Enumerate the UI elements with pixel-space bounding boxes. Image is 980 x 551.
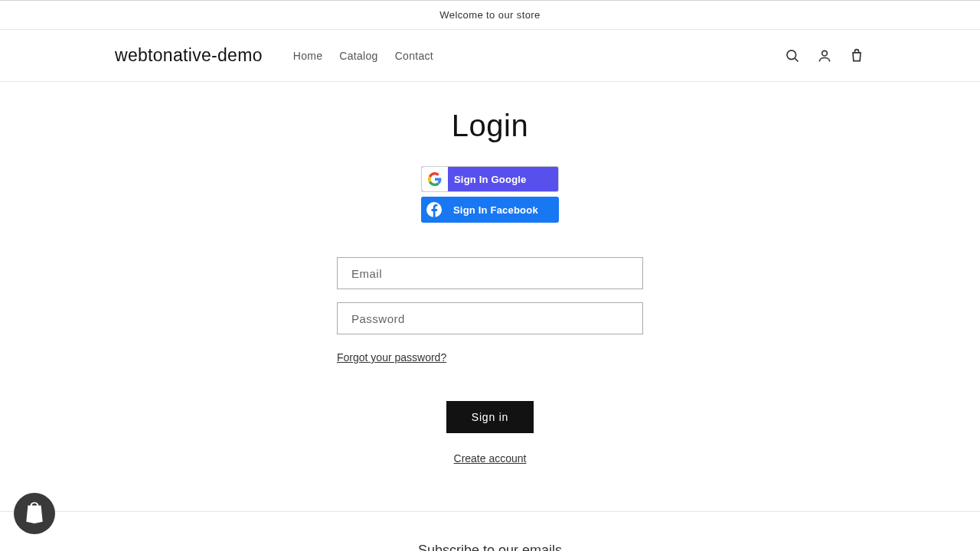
- announcement-bar: Welcome to our store: [0, 0, 980, 30]
- login-form: Forgot your password?: [337, 257, 643, 364]
- password-field[interactable]: [337, 302, 643, 334]
- facebook-icon: [421, 197, 447, 222]
- header: webtonative-demo Home Catalog Contact: [0, 30, 980, 82]
- account-icon[interactable]: [816, 47, 833, 64]
- nav-contact[interactable]: Contact: [395, 50, 433, 62]
- google-icon: [422, 167, 448, 191]
- svg-point-2: [822, 51, 828, 56]
- nav-catalog[interactable]: Catalog: [339, 50, 377, 62]
- announcement-text: Welcome to our store: [439, 9, 540, 21]
- nav-home[interactable]: Home: [293, 50, 323, 62]
- svg-point-0: [787, 50, 796, 59]
- social-signin-group: Sign In Google Sign In Facebook: [168, 166, 812, 223]
- cart-icon[interactable]: [848, 47, 865, 64]
- facebook-signin-label: Sign In Facebook: [447, 204, 538, 216]
- main-nav: Home Catalog Contact: [293, 50, 433, 62]
- footer: Subscribe to our emails: [0, 511, 980, 551]
- header-icons: [784, 47, 865, 64]
- email-field[interactable]: [337, 257, 643, 289]
- svg-line-1: [795, 58, 798, 61]
- login-main: Login Sign In Google Sign In Facebook Fo…: [168, 82, 812, 511]
- facebook-signin-button[interactable]: Sign In Facebook: [421, 197, 559, 223]
- google-signin-label: Sign In Google: [448, 174, 527, 185]
- subscribe-title: Subscribe to our emails: [0, 543, 980, 551]
- google-signin-button[interactable]: Sign In Google: [421, 166, 559, 192]
- shopify-chat-fab[interactable]: [14, 493, 55, 534]
- signin-button[interactable]: Sign in: [446, 401, 534, 433]
- search-icon[interactable]: [784, 47, 801, 64]
- shopify-bag-icon: [24, 500, 45, 527]
- page-title: Login: [168, 109, 812, 143]
- create-account-link[interactable]: Create account: [454, 452, 527, 465]
- forgot-password-link[interactable]: Forgot your password?: [337, 351, 446, 364]
- store-logo[interactable]: webtonative-demo: [115, 45, 263, 66]
